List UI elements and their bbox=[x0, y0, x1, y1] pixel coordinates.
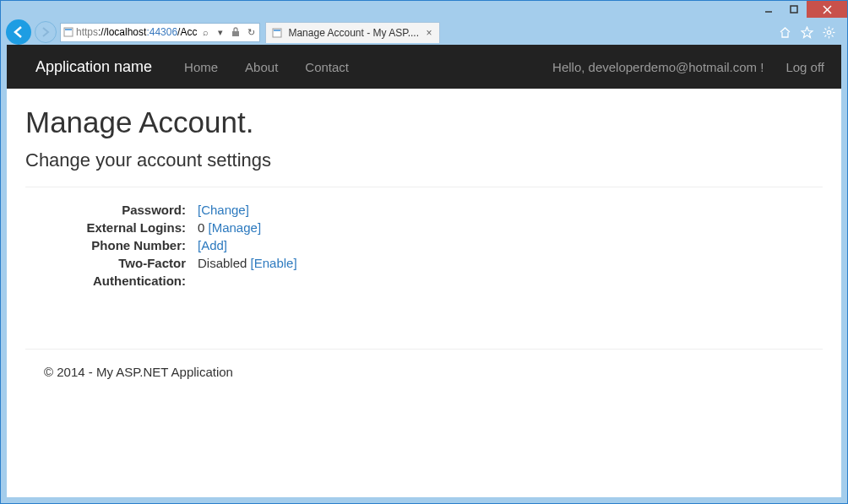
brand[interactable]: Application name bbox=[35, 58, 152, 76]
page-title: Manage Account. bbox=[25, 106, 823, 139]
external-logins-manage-link[interactable]: [Manage] bbox=[209, 220, 262, 235]
svg-point-9 bbox=[827, 30, 830, 34]
settings-list: Password: [Change] External Logins: 0 [M… bbox=[25, 203, 823, 288]
toolbar-icons bbox=[778, 25, 842, 39]
svg-line-17 bbox=[824, 35, 826, 36]
close-button[interactable] bbox=[807, 1, 847, 18]
settings-icon[interactable] bbox=[822, 25, 835, 39]
maximize-button[interactable] bbox=[781, 1, 807, 18]
nav-links: Home About Contact bbox=[171, 60, 362, 74]
site-icon bbox=[63, 26, 74, 38]
svg-line-16 bbox=[831, 28, 833, 30]
address-bar[interactable]: https://localhost:44306/Acc ⌕ ▾ ↻ bbox=[60, 23, 260, 42]
refresh-icon[interactable]: ↻ bbox=[244, 25, 258, 39]
window-controls bbox=[756, 1, 847, 18]
search-icon[interactable]: ⌕ bbox=[198, 25, 212, 39]
footer-divider bbox=[25, 349, 823, 350]
tab-favicon bbox=[271, 27, 283, 39]
svg-rect-5 bbox=[65, 29, 72, 30]
two-factor-status: Disabled bbox=[198, 256, 251, 270]
two-factor-value: Disabled [Enable] bbox=[198, 256, 823, 270]
phone-label: Phone Number: bbox=[25, 238, 198, 252]
external-logins-label: External Logins: bbox=[25, 220, 198, 235]
page-body: Manage Account. Change your account sett… bbox=[7, 89, 841, 396]
page-content: Application name Home About Contact Hell… bbox=[7, 45, 841, 497]
external-logins-count: 0 bbox=[198, 220, 209, 235]
page-subtitle: Change your account settings bbox=[25, 149, 823, 171]
titlebar bbox=[1, 1, 847, 19]
browser-window: https://localhost:44306/Acc ⌕ ▾ ↻ Manage… bbox=[0, 0, 848, 504]
password-value: [Change] bbox=[198, 203, 823, 217]
password-label: Password: bbox=[25, 203, 198, 217]
password-change-link[interactable]: [Change] bbox=[198, 203, 249, 217]
nav-greeting[interactable]: Hello, developerdemo@hotmail.com ! bbox=[552, 60, 764, 74]
two-factor-label-1: Two-Factor bbox=[25, 256, 198, 270]
back-button[interactable] bbox=[6, 19, 31, 45]
forward-button[interactable] bbox=[35, 21, 57, 43]
browser-toolbar: https://localhost:44306/Acc ⌕ ▾ ↻ Manage… bbox=[1, 19, 847, 45]
address-text: https://localhost:44306/Acc bbox=[76, 26, 197, 38]
phone-value: [Add] bbox=[198, 238, 823, 252]
footer-text: © 2014 - My ASP.NET Application bbox=[25, 365, 823, 379]
nav-logoff[interactable]: Log off bbox=[785, 60, 824, 74]
two-factor-label-2: Authentication: bbox=[25, 274, 198, 288]
dropdown-icon[interactable]: ▾ bbox=[214, 25, 227, 39]
site-navbar: Application name Home About Contact Hell… bbox=[7, 45, 841, 89]
nav-about[interactable]: About bbox=[231, 60, 291, 74]
two-factor-enable-link[interactable]: [Enable] bbox=[251, 256, 297, 270]
minimize-button[interactable] bbox=[756, 1, 781, 18]
svg-rect-6 bbox=[232, 31, 239, 36]
home-icon[interactable] bbox=[778, 25, 791, 39]
divider bbox=[25, 187, 823, 187]
svg-rect-8 bbox=[274, 30, 280, 31]
phone-add-link[interactable]: [Add] bbox=[198, 238, 227, 252]
tab-close-icon[interactable]: × bbox=[424, 28, 434, 38]
tab-title: Manage Account - My ASP.... bbox=[288, 27, 419, 39]
favorites-icon[interactable] bbox=[800, 25, 813, 39]
external-logins-value: 0 [Manage] bbox=[198, 220, 823, 235]
browser-tab[interactable]: Manage Account - My ASP.... × bbox=[265, 22, 440, 43]
nav-home[interactable]: Home bbox=[171, 60, 231, 74]
lock-icon bbox=[229, 25, 242, 39]
nav-right: Hello, developerdemo@hotmail.com ! Log o… bbox=[552, 60, 824, 74]
nav-contact[interactable]: Contact bbox=[291, 60, 362, 74]
svg-line-15 bbox=[831, 35, 833, 36]
svg-rect-1 bbox=[791, 6, 797, 13]
svg-line-14 bbox=[824, 28, 826, 30]
